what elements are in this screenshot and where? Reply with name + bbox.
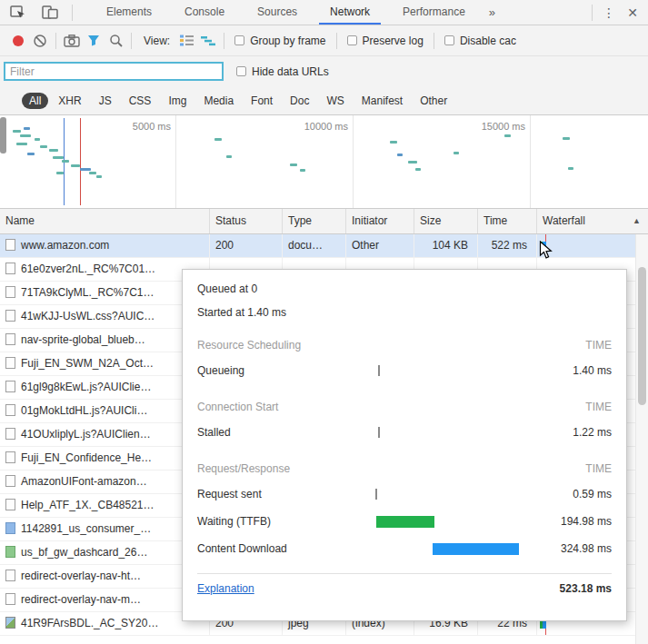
request-name: AmazonUIFont-amazon… (21, 475, 147, 488)
column-header-label: Type (288, 214, 312, 227)
record-icon (13, 35, 24, 46)
filter-pill-media[interactable]: Media (196, 93, 241, 109)
close-button[interactable]: ✕ (621, 5, 644, 20)
filter-pill-ws[interactable]: WS (319, 93, 351, 109)
column-header-name[interactable]: Name (0, 209, 209, 233)
device-toolbar-icon[interactable] (39, 2, 61, 24)
initiator-cell: Other (345, 234, 414, 257)
timing-bar-track (352, 542, 539, 555)
vertical-scrollbar[interactable] (635, 234, 648, 644)
view-label: View: (144, 35, 170, 47)
filter-pill-css[interactable]: CSS (122, 93, 159, 109)
filter-input[interactable] (4, 62, 224, 81)
queued-at-text: Queued at 0 (197, 282, 612, 299)
name-cell: 01gMokLtdHL.js?AUICli… (0, 400, 209, 422)
more-tabs-button[interactable]: » (482, 0, 503, 25)
timing-tick (378, 365, 380, 376)
tab-elements[interactable]: Elements (95, 0, 163, 25)
column-header-size[interactable]: Size (414, 209, 477, 233)
overview-request-bar (89, 172, 96, 174)
filter-pill-other[interactable]: Other (413, 93, 454, 109)
preserve-log-checkbox[interactable]: Preserve log (347, 35, 424, 47)
waterfall-cell (536, 234, 648, 257)
disable-cache-checkbox[interactable]: Disable cac (444, 35, 516, 47)
checkbox-icon (236, 66, 246, 76)
timing-label: Queueing (197, 364, 352, 377)
request-name: 41R9FArsBDL._AC_SY20… (21, 617, 158, 629)
filter-pill-all[interactable]: All (22, 93, 48, 109)
name-cell: 61e0zver2nL._RC%7C01… (0, 258, 209, 281)
filter-pill-xhr[interactable]: XHR (51, 93, 88, 109)
overview-request-bar (53, 156, 64, 159)
checkbox-icon (347, 35, 357, 45)
timing-row: Queueing1.40 ms (197, 357, 612, 384)
disable-cache-label: Disable cac (460, 35, 516, 47)
search-button[interactable] (105, 30, 126, 52)
tab-network[interactable]: Network (319, 0, 381, 25)
preserve-log-label: Preserve log (363, 35, 424, 47)
column-header-time[interactable]: Time (477, 209, 536, 233)
timing-value: 1.40 ms (539, 364, 612, 377)
overview-request-bar (96, 175, 102, 178)
timing-bar-track (352, 515, 539, 528)
request-name: 61gl9g8kEwL.js?AUIClie… (21, 381, 151, 393)
timing-label: Request sent (197, 488, 352, 500)
overview-request-bar (24, 127, 30, 130)
group-by-frame-checkbox[interactable]: Group by frame (234, 35, 325, 47)
overview-gridline (175, 115, 176, 208)
explanation-link[interactable]: Explanation (197, 582, 254, 595)
filter-toggle-button[interactable] (83, 30, 105, 52)
column-header-status[interactable]: Status (209, 209, 282, 233)
overview-request-bar (290, 163, 297, 166)
filter-pill-js[interactable]: JS (92, 93, 119, 109)
search-icon (109, 34, 123, 47)
large-rows-toggle-icon[interactable] (175, 30, 197, 52)
size-cell: 104 KB (414, 234, 477, 257)
name-cell: 41OUxliplyL.js?AUIClien… (0, 423, 209, 446)
left-scrollbar-thumb[interactable] (0, 117, 6, 154)
column-header-type[interactable]: Type (282, 209, 345, 233)
request-name: Fuji_EN_Confidence_He… (21, 451, 152, 464)
name-cell: www.amazon.com (0, 234, 209, 257)
overview-gridline (353, 115, 354, 208)
document-icon (5, 286, 15, 298)
timing-label: Stalled (197, 426, 352, 439)
request-name: Help_ATF_1X._CB48521… (21, 499, 155, 511)
vertical-scrollbar-thumb[interactable] (638, 267, 646, 405)
filter-pill-img[interactable]: Img (161, 93, 194, 109)
group-by-frame-label: Group by frame (250, 35, 325, 47)
clear-icon (33, 34, 47, 48)
network-toolbar: View: Group by frame Preserve log Disabl… (0, 25, 648, 56)
tab-console[interactable]: Console (174, 0, 235, 25)
column-header-initiator[interactable]: Initiator (345, 209, 414, 233)
divider (72, 5, 73, 21)
capture-screenshots-button[interactable] (61, 30, 83, 52)
network-overview-timeline[interactable]: 5000 ms10000 ms15000 ms (0, 115, 648, 209)
filter-pill-manifest[interactable]: Manifest (354, 93, 410, 109)
menu-button[interactable]: ⋮ (597, 5, 621, 20)
name-cell: 71TA9kClyML._RC%7C1… (0, 282, 209, 304)
image-icon (5, 617, 15, 629)
filter-row: Hide data URLs (0, 56, 648, 86)
record-button[interactable] (7, 30, 29, 52)
clear-button[interactable] (29, 30, 51, 52)
hide-data-urls-checkbox[interactable]: Hide data URLs (236, 65, 329, 78)
show-overview-toggle-icon[interactable] (197, 30, 219, 52)
overview-gridline (530, 115, 531, 208)
filter-pill-doc[interactable]: Doc (283, 93, 316, 109)
filter-pill-font[interactable]: Font (244, 93, 280, 109)
camera-icon (64, 35, 80, 47)
column-header-waterfall[interactable]: Waterfall▲ (536, 209, 648, 233)
document-icon (5, 381, 15, 392)
tab-sources[interactable]: Sources (246, 0, 308, 25)
request-name: 61e0zver2nL._RC%7C01… (21, 263, 155, 275)
request-name: 41wKJJ-UsWL.css?AUIC… (21, 310, 155, 322)
tab-performance[interactable]: Performance (392, 0, 476, 25)
timing-value: 324.98 ms (539, 542, 612, 555)
inspect-element-icon[interactable] (6, 2, 28, 24)
overview-time-label: 10000 ms (304, 121, 348, 132)
document-icon (5, 333, 15, 345)
timing-time-column-header: TIME (585, 401, 612, 413)
overview-request-bar (35, 138, 40, 141)
document-icon (5, 404, 15, 416)
